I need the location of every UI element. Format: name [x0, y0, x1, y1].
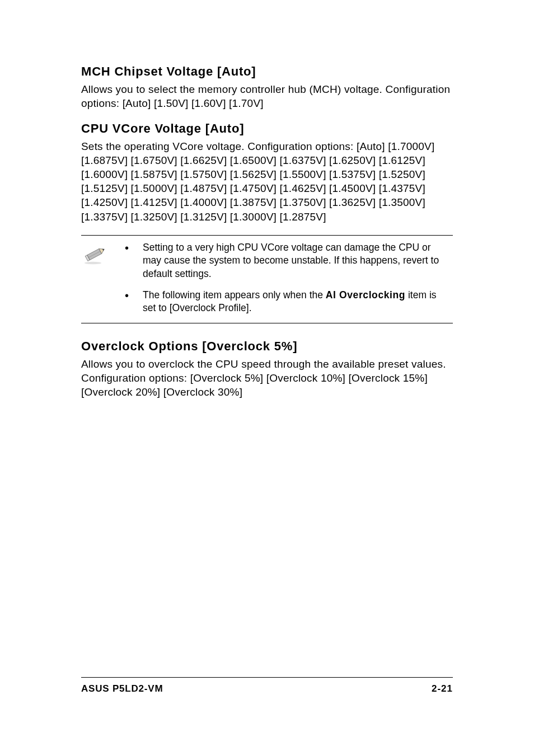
- footer: ASUS P5LD2-VM 2-21: [81, 677, 453, 694]
- body-overclock: Allows you to overclock the CPU speed th…: [81, 357, 453, 399]
- footer-page-number: 2-21: [432, 683, 453, 694]
- section-overclock: Overclock Options [Overclock 5%] Allows …: [81, 339, 453, 399]
- section-vcore: CPU VCore Voltage [Auto] Sets the operat…: [81, 121, 453, 223]
- bullet-icon: •: [125, 241, 143, 281]
- note2-pre: The following item appears only when the: [143, 289, 326, 300]
- note2-bold: AI Overclocking: [326, 289, 405, 300]
- note-icon-column: [81, 241, 125, 316]
- note-text-1: Setting to a very high CPU VCore voltage…: [143, 241, 449, 281]
- note-box: • Setting to a very high CPU VCore volta…: [81, 235, 453, 323]
- section-mch: MCH Chipset Voltage [Auto] Allows you to…: [81, 64, 453, 110]
- page: MCH Chipset Voltage [Auto] Allows you to…: [0, 0, 534, 756]
- note-item-1: • Setting to a very high CPU VCore volta…: [125, 241, 449, 281]
- footer-product: ASUS P5LD2-VM: [81, 683, 163, 694]
- heading-vcore: CPU VCore Voltage [Auto]: [81, 121, 453, 136]
- svg-point-5: [85, 261, 101, 264]
- pencil-icon: [82, 258, 108, 267]
- body-vcore: Sets the operating VCore voltage. Config…: [81, 139, 453, 223]
- note-content: • Setting to a very high CPU VCore volta…: [125, 241, 453, 316]
- body-mch: Allows you to select the memory controll…: [81, 82, 453, 110]
- heading-mch: MCH Chipset Voltage [Auto]: [81, 64, 453, 79]
- note-text-2: The following item appears only when the…: [143, 289, 449, 315]
- bullet-icon: •: [125, 289, 143, 315]
- note-item-2: • The following item appears only when t…: [125, 289, 449, 315]
- heading-overclock: Overclock Options [Overclock 5%]: [81, 339, 453, 354]
